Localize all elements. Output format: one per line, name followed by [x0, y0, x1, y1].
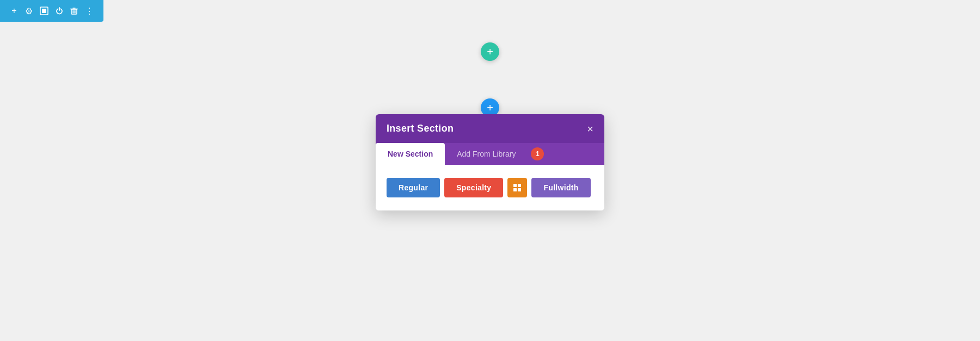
tab-library-wrapper: Add From Library 1	[445, 143, 544, 165]
delete-icon[interactable]	[68, 4, 81, 17]
dialog-tabs: New Section Add From Library 1	[376, 143, 604, 165]
regular-section-button[interactable]: Regular	[387, 178, 440, 197]
specialty-section-button[interactable]: Specialty	[444, 178, 503, 197]
more-icon[interactable]: ⋮	[83, 4, 96, 17]
dialog-header: Insert Section ×	[376, 114, 604, 143]
svg-rect-6	[513, 184, 517, 187]
svg-rect-9	[518, 188, 521, 191]
toolbar: + ⚙ ⋮	[0, 0, 103, 22]
dialog-close-button[interactable]: ×	[587, 123, 593, 134]
settings-icon[interactable]: ⚙	[22, 4, 35, 17]
resize-icon[interactable]	[38, 4, 51, 17]
add-icon-blue: +	[487, 102, 493, 114]
dialog-title: Insert Section	[387, 123, 454, 134]
library-badge: 1	[531, 147, 544, 160]
power-icon[interactable]	[53, 4, 66, 17]
add-icon[interactable]: +	[8, 4, 21, 17]
insert-section-dialog: Insert Section × New Section Add From Li…	[376, 114, 604, 210]
dialog-body: Regular Specialty Fullwidth	[376, 165, 604, 210]
tab-add-from-library[interactable]: Add From Library	[445, 143, 528, 165]
svg-rect-7	[518, 184, 521, 187]
svg-rect-1	[42, 9, 46, 13]
fullwidth-section-button[interactable]: Fullwidth	[531, 178, 590, 197]
add-section-top-button[interactable]: +	[481, 42, 499, 61]
svg-rect-8	[513, 188, 517, 191]
add-icon-top: +	[487, 46, 493, 58]
tab-new-section[interactable]: New Section	[376, 143, 445, 165]
specialty-icon-button[interactable]	[507, 178, 527, 197]
